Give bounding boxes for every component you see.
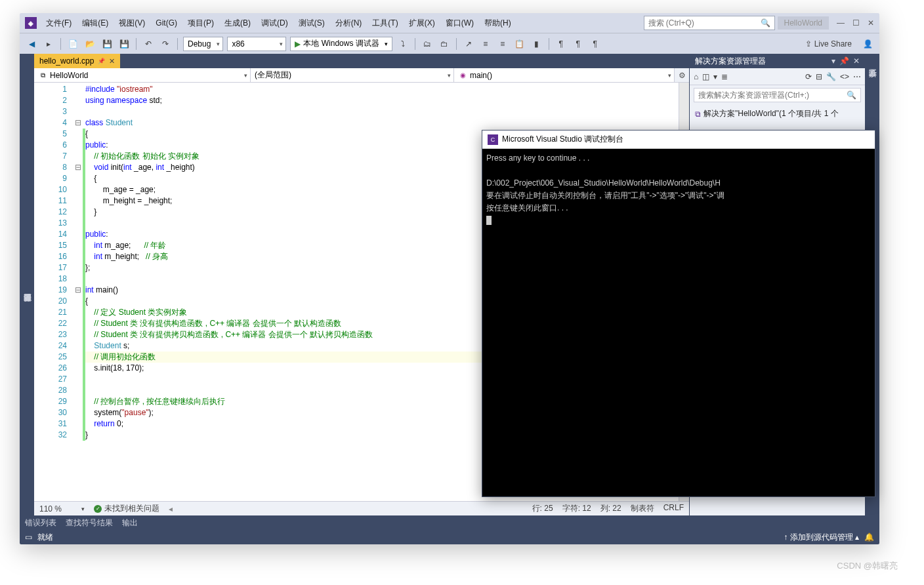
- tb-icon-10[interactable]: ¶: [589, 37, 602, 50]
- nav-scope-combo[interactable]: (全局范围): [251, 68, 454, 82]
- menu-edit[interactable]: 编辑(E): [78, 16, 112, 31]
- open-icon[interactable]: 📂: [83, 37, 96, 50]
- add-source-control[interactable]: ↑ 添加到源代码管理 ▴: [784, 532, 859, 543]
- menu-file[interactable]: 文件(F): [42, 16, 75, 31]
- menu-extensions[interactable]: 扩展(X): [405, 16, 439, 31]
- se-home-icon[interactable]: ⌂: [694, 72, 698, 81]
- menu-tools[interactable]: 工具(T): [368, 16, 402, 31]
- tb-icon-9[interactable]: ¶: [572, 37, 585, 50]
- feedback-icon[interactable]: 👤: [861, 37, 874, 50]
- nav-settings-icon[interactable]: ⚙: [675, 68, 689, 82]
- se-icon-4[interactable]: ≣: [721, 72, 728, 81]
- close-icon[interactable]: ✕: [868, 18, 874, 28]
- status-col: 列: 22: [600, 503, 621, 514]
- play-icon: ▶: [295, 39, 301, 49]
- undo-icon[interactable]: ↶: [142, 37, 155, 50]
- tb-icon-8[interactable]: ¶: [555, 37, 568, 50]
- ok-icon: ✓: [94, 505, 102, 513]
- output-tab[interactable]: 输出: [122, 517, 138, 529]
- close-tab-icon[interactable]: ✕: [109, 57, 115, 66]
- nav-back-icon[interactable]: ◀: [25, 37, 38, 50]
- global-search[interactable]: 🔍: [644, 16, 775, 30]
- menubar: ◈ 文件(F) 编辑(E) 视图(V) Git(G) 项目(P) 生成(B) 调…: [20, 13, 879, 33]
- pin-icon[interactable]: 📌: [98, 58, 105, 64]
- menu-window[interactable]: 窗口(W): [442, 16, 478, 31]
- new-project-icon[interactable]: 📄: [66, 37, 79, 50]
- status-line: 行: 25: [532, 503, 553, 514]
- tb-icon-6[interactable]: 📋: [513, 37, 526, 50]
- console-titlebar[interactable]: C Microsoft Visual Studio 调试控制台: [482, 131, 875, 149]
- status-crlf: CRLF: [663, 503, 684, 514]
- file-tab-label: hello_world.cpp: [39, 56, 94, 66]
- tb-icon-4[interactable]: ≡: [479, 37, 492, 50]
- save-icon[interactable]: 💾: [100, 37, 114, 50]
- save-all-icon[interactable]: 💾: [117, 37, 131, 50]
- menu-git[interactable]: Git(G): [152, 16, 181, 30]
- nav-project-combo[interactable]: ⧉HelloWorld: [34, 68, 251, 82]
- watermark: CSDN @韩曙亮: [837, 560, 898, 572]
- zoom-level[interactable]: 110 %: [39, 504, 72, 514]
- vs-logo-icon: ◈: [25, 17, 37, 29]
- platform-combo[interactable]: x86: [227, 37, 286, 51]
- menu-view[interactable]: 视图(V): [115, 16, 149, 31]
- search-icon: 🔍: [761, 18, 770, 28]
- menu-analyze[interactable]: 分析(N): [331, 16, 366, 31]
- left-sidebar: 服务器资源管理器 工具箱: [20, 54, 34, 515]
- nav-func-combo[interactable]: ◉main(): [454, 68, 675, 82]
- function-icon: ◉: [458, 71, 467, 80]
- config-combo[interactable]: Debug: [183, 37, 223, 51]
- se-icon-2[interactable]: ◫: [702, 72, 709, 81]
- debug-console-window[interactable]: C Microsoft Visual Studio 调试控制台 Press an…: [482, 130, 875, 497]
- share-icon: ⇪: [805, 39, 812, 49]
- menu-project[interactable]: 项目(P): [184, 16, 218, 31]
- panel-close-icon[interactable]: ✕: [853, 56, 860, 66]
- menu-build[interactable]: 生成(B): [220, 16, 255, 31]
- menu-debug[interactable]: 调试(D): [257, 16, 292, 31]
- step-icon[interactable]: ⤵: [396, 37, 410, 50]
- menu-test[interactable]: 测试(S): [295, 16, 329, 31]
- run-label: 本地 Windows 调试器: [303, 38, 379, 49]
- solution-tree[interactable]: ⧉解决方案"HelloWorld"(1 个项目/共 1 个: [690, 105, 865, 123]
- solution-explorer-toolbar: ⌂ ◫ ▾ ≣ ⟳ ⊟ 🔧 <> ⋯: [690, 68, 865, 85]
- solution-explorer-title: 解决方案资源管理器 ▾📌✕: [690, 54, 865, 68]
- console-body: Press any key to continue . . . D:\002_P…: [482, 149, 875, 228]
- nav-bar: ⧉HelloWorld (全局范围) ◉main() ⚙: [34, 68, 689, 83]
- notifications-icon[interactable]: 🔔: [864, 533, 874, 542]
- issues-indicator[interactable]: ✓未找到相关问题: [94, 503, 159, 514]
- solution-name: HelloWorld: [778, 16, 829, 30]
- tb-icon-2[interactable]: 🗀: [438, 37, 451, 50]
- tb-icon-3[interactable]: ↗: [462, 37, 475, 50]
- panel-pin-icon[interactable]: 📌: [839, 56, 849, 66]
- error-list-tab[interactable]: 错误列表: [25, 517, 56, 529]
- console-title-text: Microsoft Visual Studio 调试控制台: [502, 134, 623, 145]
- se-collapse-icon[interactable]: ⊟: [816, 72, 822, 81]
- menu-help[interactable]: 帮助(H): [480, 16, 515, 31]
- global-search-input[interactable]: [648, 18, 761, 28]
- tb-icon-7[interactable]: ▮: [530, 37, 543, 50]
- se-more-icon[interactable]: ⋯: [853, 72, 861, 81]
- live-share-button[interactable]: ⇪Live Share: [800, 39, 857, 49]
- solution-node[interactable]: ⧉解决方案"HelloWorld"(1 个项目/共 1 个: [695, 108, 860, 120]
- solution-icon: ⧉: [695, 110, 701, 119]
- run-debugger-button[interactable]: ▶本地 Windows 调试器▾: [290, 37, 392, 51]
- nav-fwd-icon[interactable]: ▸: [42, 37, 55, 50]
- find-symbol-tab[interactable]: 查找符号结果: [66, 517, 113, 529]
- tb-icon-5[interactable]: ≡: [496, 37, 509, 50]
- se-properties-icon[interactable]: 🔧: [826, 72, 836, 81]
- panel-dropdown-icon[interactable]: ▾: [831, 56, 835, 66]
- solution-search[interactable]: 🔍: [694, 88, 861, 102]
- se-show-all-icon[interactable]: <>: [840, 72, 849, 81]
- minimize-icon[interactable]: —: [837, 18, 845, 28]
- console-icon: C: [488, 134, 498, 145]
- redo-icon[interactable]: ↷: [159, 37, 172, 50]
- search-icon: 🔍: [847, 91, 856, 100]
- status-tabs: 制表符: [631, 503, 654, 514]
- se-refresh-icon[interactable]: ⟳: [805, 72, 812, 81]
- server-explorer-tab[interactable]: 服务器资源管理器: [20, 283, 34, 291]
- se-icon-3[interactable]: ▾: [713, 72, 717, 81]
- maximize-icon[interactable]: ☐: [852, 18, 860, 28]
- tb-icon-1[interactable]: 🗂: [421, 37, 434, 50]
- statusbar: ▭ 就绪 ↑ 添加到源代码管理 ▴ 🔔: [20, 530, 879, 544]
- file-tab-hello-world[interactable]: hello_world.cpp 📌 ✕: [34, 54, 120, 68]
- solution-search-input[interactable]: [698, 91, 847, 100]
